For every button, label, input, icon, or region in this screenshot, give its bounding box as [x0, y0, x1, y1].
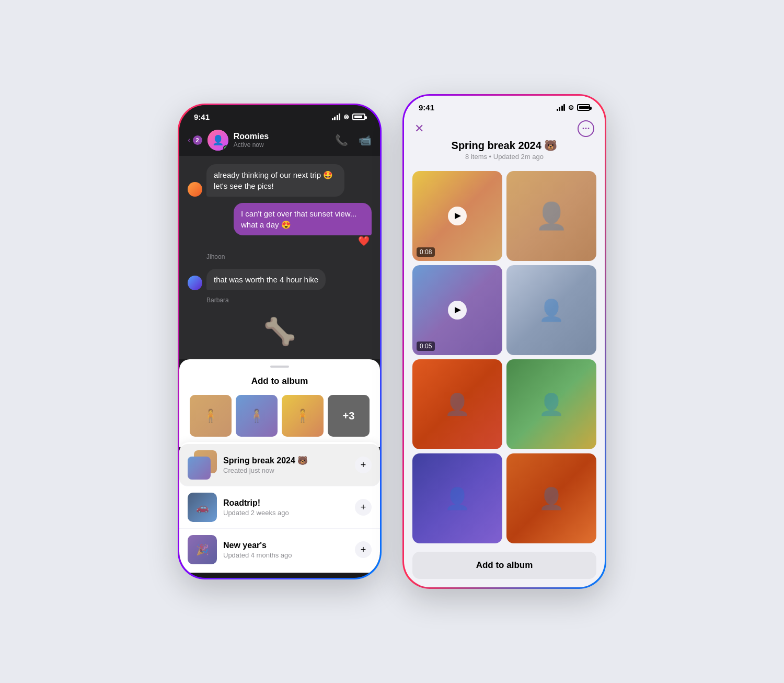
- status-icons-left: ⊜: [332, 113, 366, 121]
- chat-header: ‹ 2 👤 Roomies Active now 📞 📹: [179, 126, 380, 156]
- album-meta-2: Updated 2 weeks ago: [223, 509, 349, 517]
- status-bar-left: 9:41 ⊜: [179, 105, 380, 126]
- add-to-album-sheet: Add to album 🧍 🧍 🧍 +3: [179, 359, 380, 447]
- add-album-btn-1[interactable]: +: [355, 457, 372, 473]
- photo-thumb-more: +3: [328, 395, 370, 437]
- photo-thumb-1: 🧍: [190, 395, 232, 437]
- album-title-row: Spring break 2024 🐻: [452, 139, 558, 152]
- grid-photo-7[interactable]: 👤: [412, 453, 502, 543]
- add-album-btn-2[interactable]: +: [355, 499, 372, 516]
- album-info-2: Roadtrip! Updated 2 weeks ago: [223, 498, 349, 517]
- album-thumb-stack-1: [188, 450, 217, 480]
- album-thumb-3: 🎉: [188, 535, 217, 564]
- add-to-album-button[interactable]: Add to album: [412, 552, 596, 579]
- album-list: Spring break 2024 🐻 Created just now + 🚗…: [179, 442, 380, 573]
- grid-photo-2[interactable]: 👤: [506, 171, 596, 261]
- album-item-3[interactable]: 🎉 New year's Updated 4 months ago +: [179, 529, 380, 571]
- avatar-2: [188, 276, 202, 290]
- video-icon[interactable]: 📹: [359, 134, 372, 146]
- message-list: already thinking of our next trip 🤩 let'…: [179, 156, 380, 359]
- album-subtitle: 8 items • Updated 2m ago: [465, 153, 544, 161]
- back-button[interactable]: ‹ 2: [188, 135, 202, 145]
- video-duration-3: 0:05: [417, 342, 435, 351]
- album-title-emoji: 🐻: [544, 140, 557, 151]
- sender-name-jihoon: Jihoon: [206, 253, 372, 260]
- sender-name-barbara: Barbara: [206, 297, 372, 304]
- album-name-2: Roadtrip!: [223, 498, 349, 508]
- grid-photo-6[interactable]: 👤: [506, 359, 596, 449]
- signal-icon: [332, 113, 341, 120]
- battery-icon-right: [577, 104, 590, 111]
- status-bar-right: 9:41 ⊜: [404, 96, 605, 116]
- more-count: +3: [343, 410, 355, 422]
- contact-avatar: 👤: [207, 130, 228, 151]
- photo-previews: 🧍 🧍 🧍 +3: [190, 395, 370, 437]
- online-indicator: [223, 145, 228, 151]
- album-meta-3: Updated 4 months ago: [223, 551, 349, 559]
- chat-actions: 📞 📹: [335, 134, 372, 146]
- message-row-3: that was worth the 4 hour hike: [188, 269, 372, 290]
- grid-photo-8[interactable]: 👤: [506, 453, 596, 543]
- album-item-1[interactable]: Spring break 2024 🐻 Created just now +: [179, 444, 380, 486]
- close-button[interactable]: ✕: [414, 123, 424, 134]
- time-right: 9:41: [419, 103, 434, 112]
- photo-thumb-3: 🧍: [282, 395, 324, 437]
- unread-badge: 2: [193, 135, 202, 145]
- album-name-1: Spring break 2024 🐻: [223, 456, 349, 465]
- wifi-icon-right: ⊜: [568, 104, 574, 111]
- album-title: Spring break 2024 🐻: [452, 139, 558, 152]
- left-phone: 9:41 ⊜ ‹ 2 👤: [178, 104, 382, 579]
- album-thumb-2: 🚗: [188, 493, 217, 522]
- album-header: ✕ ··· Spring break 2024 🐻 8 items • Upda…: [404, 116, 605, 167]
- add-album-btn-3[interactable]: +: [355, 541, 372, 558]
- phone-icon[interactable]: 📞: [335, 134, 348, 146]
- album-item-2[interactable]: 🚗 Roadtrip! Updated 2 weeks ago +: [179, 486, 380, 529]
- grid-photo-4[interactable]: 👤: [506, 265, 596, 355]
- message-row-1: already thinking of our next trip 🤩 let'…: [188, 164, 372, 197]
- album-info-3: New year's Updated 4 months ago: [223, 541, 349, 559]
- message-bubble-2: I can't get over that sunset view... wha…: [234, 203, 372, 235]
- more-button[interactable]: ···: [578, 120, 594, 137]
- play-icon-3: [448, 301, 467, 320]
- album-header-row: ✕ ···: [414, 120, 594, 137]
- play-icon-1: [448, 207, 467, 225]
- sheet-title: Add to album: [190, 376, 370, 386]
- contact-info: Roomies Active now: [234, 132, 330, 149]
- contact-name: Roomies: [234, 132, 330, 141]
- sheet-handle: [270, 366, 289, 368]
- grid-photo-3[interactable]: 0:05: [412, 265, 502, 355]
- sticker-area: 🦴: [188, 312, 372, 351]
- right-phone: 9:41 ⊜ ✕ ···: [402, 94, 606, 589]
- message-row-2: I can't get over that sunset view... wha…: [188, 203, 372, 247]
- status-icons-right: ⊜: [557, 104, 591, 111]
- avatar-1: [188, 182, 202, 197]
- message-bubble-1: already thinking of our next trip 🤩 let'…: [206, 164, 344, 197]
- chat-area: already thinking of our next trip 🤩 let'…: [179, 156, 380, 359]
- battery-icon: [352, 113, 365, 120]
- grid-photo-5[interactable]: 👤: [412, 359, 502, 449]
- message-bubble-3: that was worth the 4 hour hike: [206, 269, 326, 290]
- photo-thumb-2: 🧍: [236, 395, 278, 437]
- video-duration-1: 0:08: [417, 247, 435, 257]
- heart-reaction: ❤️: [358, 235, 370, 247]
- album-name-3: New year's: [223, 541, 349, 550]
- photo-grid: 0:08 👤 0:05 👤 👤: [404, 167, 605, 548]
- album-meta-1: Created just now: [223, 466, 349, 474]
- time-left: 9:41: [194, 112, 210, 121]
- grid-photo-1[interactable]: 0:08: [412, 171, 502, 261]
- album-info-1: Spring break 2024 🐻 Created just now: [223, 456, 349, 474]
- wifi-icon: ⊜: [343, 113, 349, 121]
- contact-status: Active now: [234, 141, 330, 149]
- signal-icon-right: [557, 104, 566, 111]
